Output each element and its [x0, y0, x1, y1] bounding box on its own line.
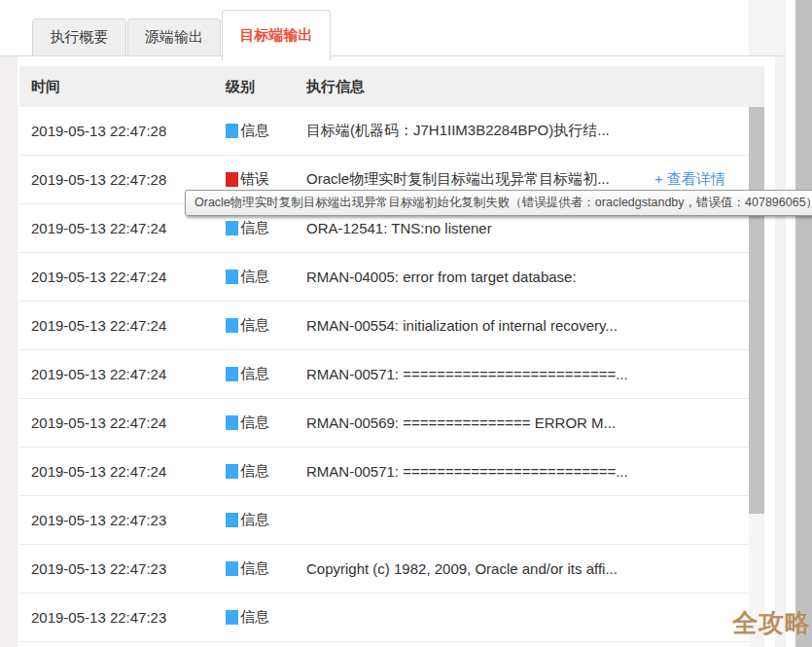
row-time: 2019-05-13 22:47:28 [31, 123, 226, 139]
row-message: RMAN-00571: =========================... [306, 463, 749, 480]
level-label: 信息 [240, 365, 269, 383]
table-row: 2019-05-13 22:47:28 信息 目标端(机器码：J7H1IIM3B… [19, 107, 749, 156]
view-details-link[interactable]: + 查看详情 [654, 170, 725, 189]
row-level: 信息 [226, 122, 306, 140]
error-tooltip-text: Oracle物理实时复制目标端出现异常目标端初始化复制失败（错误提供者：orac… [194, 195, 812, 211]
row-time: 2019-05-13 22:47:24 [31, 463, 226, 480]
level-color-icon [226, 513, 238, 527]
row-message: 目标端(机器码：J7H1IIM3B2284BPO)执行结... [306, 122, 749, 140]
row-level: 信息 [226, 365, 306, 383]
page-background-right [775, 56, 786, 647]
row-message: RMAN-00554: initialization of internal r… [306, 317, 749, 334]
row-message: Copyright (c) 1982, 2009, Oracle and/or … [306, 560, 749, 577]
row-time: 2019-05-13 22:47:23 [31, 609, 226, 626]
level-label: 信息 [240, 316, 269, 335]
tab-bar-divider [0, 55, 786, 56]
tab-source-output[interactable]: 源端输出 [127, 18, 221, 55]
window-scrollbar[interactable] [795, 0, 812, 647]
level-label: 信息 [240, 219, 269, 237]
page-background-left [0, 56, 18, 647]
table-row: 2019-05-13 22:47:24 信息 RMAN-00571: =====… [19, 350, 749, 399]
table-row: 2019-05-13 22:47:23 信息 Copyright (c) 198… [19, 545, 749, 593]
table-row: 2019-05-13 22:47:23 信息 [19, 593, 749, 642]
row-time: 2019-05-13 22:47:24 [31, 414, 226, 431]
level-color-icon [226, 221, 238, 235]
row-message: RMAN-00571: =========================... [306, 366, 749, 382]
header-level: 级别 [226, 78, 306, 96]
level-color-icon [226, 415, 238, 430]
level-color-icon [226, 318, 238, 333]
level-color-icon [226, 464, 238, 479]
level-color-icon [226, 270, 238, 284]
row-time: 2019-05-13 22:47:23 [31, 512, 226, 528]
tab-label: 源端输出 [145, 28, 203, 47]
row-message: RMAN-00569: =============== ERROR M... [306, 414, 749, 431]
error-tooltip: Oracle物理实时复制目标端出现异常目标端初始化复制失败（错误提供者：orac… [185, 190, 812, 216]
level-label: 信息 [240, 608, 269, 627]
table-row: 2019-05-13 22:47:23 信息 [19, 496, 749, 545]
level-color-icon [226, 124, 238, 138]
table-row: 2019-05-13 22:47:24 信息 RMAN-00554: initi… [19, 302, 749, 350]
row-level: 错误 [226, 170, 306, 189]
row-time: 2019-05-13 22:47:28 [31, 171, 226, 188]
tab-target-output[interactable]: 目标端输出 [222, 10, 331, 60]
level-label: 信息 [240, 559, 269, 578]
row-level: 信息 [226, 559, 306, 578]
row-level: 信息 [226, 511, 306, 529]
level-label: 信息 [240, 462, 269, 481]
level-label: 错误 [240, 170, 269, 189]
tab-content-panel: 时间 级别 执行信息 2019-05-13 22:47:28 信息 目标端(机器… [18, 56, 775, 647]
row-level: 信息 [226, 413, 306, 432]
header-message: 执行信息 [306, 78, 764, 96]
row-time: 2019-05-13 22:47:24 [31, 317, 226, 334]
level-label: 信息 [240, 268, 269, 286]
level-color-icon [226, 561, 238, 576]
row-message: ORA-12541: TNS:no listener [306, 220, 749, 236]
tab-label: 执行概要 [51, 28, 109, 47]
tab-bar-right-background [749, 0, 786, 56]
row-level: 信息 [226, 219, 306, 237]
row-level: 信息 [226, 462, 306, 481]
level-label: 信息 [240, 413, 269, 432]
row-level: 信息 [226, 268, 306, 286]
log-table-body: 2019-05-13 22:47:28 信息 目标端(机器码：J7H1IIM3B… [19, 107, 749, 642]
level-color-icon [226, 172, 238, 187]
watermark: 全攻略 [732, 606, 811, 640]
level-color-icon [226, 610, 238, 625]
row-time: 2019-05-13 22:47:24 [31, 366, 226, 382]
level-color-icon [226, 367, 238, 381]
level-label: 信息 [240, 511, 269, 529]
row-message: RMAN-04005: error from target database: [306, 269, 749, 285]
row-level: 信息 [226, 608, 306, 627]
header-time: 时间 [31, 78, 226, 96]
tab-execution-summary[interactable]: 执行概要 [32, 18, 126, 55]
level-label: 信息 [240, 122, 269, 140]
row-time: 2019-05-13 22:47:24 [31, 269, 226, 285]
table-header: 时间 级别 执行信息 [19, 66, 764, 107]
row-time: 2019-05-13 22:47:24 [31, 220, 226, 236]
table-scrollbar-thumb[interactable] [749, 107, 764, 514]
table-row: 2019-05-13 22:47:24 信息 RMAN-04005: error… [19, 253, 749, 302]
tab-label: 目标端输出 [240, 26, 313, 45]
table-row: 2019-05-13 22:47:24 信息 RMAN-00571: =====… [19, 448, 749, 496]
row-message: Oracle物理实时复制目标端出现异常目标端初... [306, 170, 654, 189]
row-time: 2019-05-13 22:47:23 [31, 560, 226, 577]
table-scrollbar[interactable] [749, 107, 764, 647]
table-row: 2019-05-13 22:47:24 信息 RMAN-00569: =====… [19, 399, 749, 448]
row-level: 信息 [226, 316, 306, 335]
